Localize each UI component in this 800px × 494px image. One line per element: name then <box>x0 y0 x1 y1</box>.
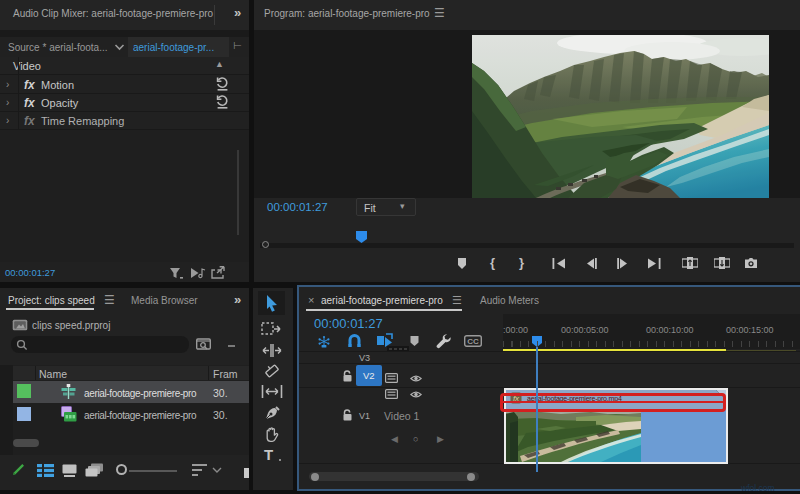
svg-text:CC: CC <box>467 337 479 346</box>
